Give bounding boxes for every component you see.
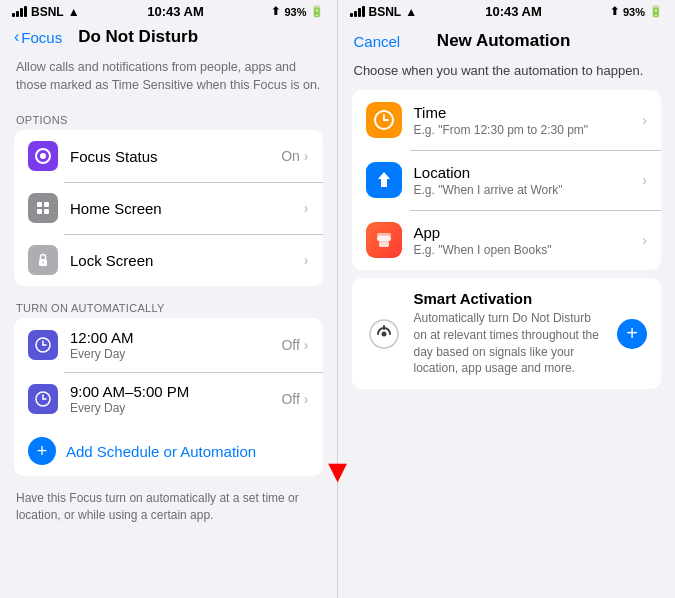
lock-screen-chevron-icon: › bbox=[304, 252, 309, 268]
smart-activation-icon bbox=[366, 316, 402, 352]
status-bar-left: BSNL ▲ 10:43 AM ⬆ 93% 🔋 bbox=[0, 0, 337, 21]
time-icon bbox=[366, 102, 402, 138]
schedules-card: 12:00 AM Every Day Off › bbox=[14, 318, 323, 476]
app-automation-sub: E.g. "When I open Books" bbox=[414, 243, 643, 257]
time-right-label: 10:43 AM bbox=[485, 4, 542, 19]
home-screen-text: Home Screen bbox=[70, 200, 304, 217]
smart-activation-sub: Automatically turn Do Not Disturb on at … bbox=[414, 310, 606, 377]
battery-icon: 🔋 bbox=[310, 5, 324, 18]
smart-activation-card: Smart Activation Automatically turn Do N… bbox=[352, 278, 662, 389]
svg-point-1 bbox=[40, 153, 46, 159]
carrier-right-label: BSNL bbox=[369, 5, 402, 19]
schedule-toggle-1: Off bbox=[281, 391, 299, 407]
cancel-button[interactable]: Cancel bbox=[354, 33, 401, 50]
svg-point-7 bbox=[42, 262, 44, 264]
schedule-clock-icon-0 bbox=[28, 330, 58, 360]
schedule-toggle-0: Off bbox=[281, 337, 299, 353]
back-chevron-icon: ‹ bbox=[14, 28, 19, 46]
schedule-chevron-icon-1: › bbox=[304, 391, 309, 407]
signal-bar-r1 bbox=[350, 13, 353, 17]
focus-status-icon bbox=[28, 141, 58, 171]
add-schedule-label: Add Schedule or Automation bbox=[66, 443, 256, 460]
turn-on-section-label: TURN ON AUTOMATICALLY bbox=[0, 294, 337, 318]
schedule-right-0: Off › bbox=[281, 337, 308, 353]
status-bar-left-info: BSNL ▲ bbox=[12, 5, 80, 19]
status-right-right: ⬆ 93% 🔋 bbox=[610, 5, 663, 18]
status-bar-right: BSNL ▲ 10:43 AM ⬆ 93% 🔋 bbox=[338, 0, 676, 21]
time-chevron-icon: › bbox=[642, 112, 647, 128]
wifi-right-icon: ▲ bbox=[405, 5, 417, 19]
time-automation-text: Time E.g. "From 12:30 pm to 2:30 pm" bbox=[414, 104, 643, 137]
home-screen-chevron-icon: › bbox=[304, 200, 309, 216]
app-icon bbox=[366, 222, 402, 258]
svg-rect-3 bbox=[44, 202, 49, 207]
time-automation-title: Time bbox=[414, 104, 643, 121]
app-chevron-icon: › bbox=[642, 232, 647, 248]
svg-rect-5 bbox=[44, 209, 49, 214]
automation-card: Time E.g. "From 12:30 pm to 2:30 pm" › L… bbox=[352, 90, 662, 270]
smart-activation-add-button[interactable]: + bbox=[617, 319, 647, 349]
schedule-time-1: 9:00 AM–5:00 PM bbox=[70, 383, 281, 400]
intro-text: Allow calls and notifications from peopl… bbox=[0, 55, 337, 106]
svg-rect-20 bbox=[379, 241, 389, 247]
schedule-sub-1: Every Day bbox=[70, 401, 281, 415]
options-section-label: OPTIONS bbox=[0, 106, 337, 130]
left-nav-bar: ‹ Focus Do Not Disturb bbox=[0, 21, 337, 55]
app-automation-title: App bbox=[414, 224, 643, 241]
right-nav-bar: Cancel New Automation bbox=[338, 21, 676, 59]
schedule-time-0: 12:00 AM bbox=[70, 329, 281, 346]
back-label[interactable]: Focus bbox=[21, 29, 62, 46]
time-automation-item[interactable]: Time E.g. "From 12:30 pm to 2:30 pm" › bbox=[352, 90, 662, 150]
back-button[interactable]: ‹ Focus bbox=[14, 28, 62, 46]
time-label: 10:43 AM bbox=[147, 4, 204, 19]
wifi-icon: ▲ bbox=[68, 5, 80, 19]
home-screen-icon bbox=[28, 193, 58, 223]
schedule-sub-0: Every Day bbox=[70, 347, 281, 361]
status-bar-right-info: BSNL ▲ bbox=[350, 5, 418, 19]
location-automation-sub: E.g. "When I arrive at Work" bbox=[414, 183, 643, 197]
svg-rect-19 bbox=[377, 233, 391, 237]
add-schedule-button[interactable]: + Add Schedule or Automation bbox=[14, 426, 323, 476]
lock-screen-icon bbox=[28, 245, 58, 275]
signal-bar-3 bbox=[20, 8, 23, 17]
battery-right-label: 93% bbox=[623, 6, 645, 18]
signal-bar-r2 bbox=[354, 11, 357, 17]
schedule-text-0: 12:00 AM Every Day bbox=[70, 329, 281, 361]
app-automation-item[interactable]: App E.g. "When I open Books" › bbox=[352, 210, 662, 270]
home-screen-right: › bbox=[304, 200, 309, 216]
options-card: Focus Status On › Hom bbox=[14, 130, 323, 286]
location-automation-text: Location E.g. "When I arrive at Work" bbox=[414, 164, 643, 197]
location-right-icon: ⬆ bbox=[610, 5, 619, 18]
footer-text: Have this Focus turn on automatically at… bbox=[0, 484, 337, 534]
schedule-item-0[interactable]: 12:00 AM Every Day Off › bbox=[14, 318, 323, 372]
focus-status-label: Focus Status bbox=[70, 148, 281, 165]
signal-bar-r4 bbox=[362, 6, 365, 17]
schedule-item-1[interactable]: 9:00 AM–5:00 PM Every Day Off › bbox=[14, 372, 323, 426]
smart-activation-title: Smart Activation bbox=[414, 290, 606, 307]
location-icon: ⬆ bbox=[271, 5, 280, 18]
location-automation-item[interactable]: Location E.g. "When I arrive at Work" › bbox=[352, 150, 662, 210]
battery-label: 93% bbox=[284, 6, 306, 18]
focus-status-item[interactable]: Focus Status On › bbox=[14, 130, 323, 182]
signal-bars-icon bbox=[12, 6, 27, 17]
svg-rect-4 bbox=[37, 209, 42, 214]
focus-status-right: On › bbox=[281, 148, 308, 164]
signal-bar-r3 bbox=[358, 8, 361, 17]
add-schedule-circle-icon: + bbox=[28, 437, 56, 465]
app-automation-text: App E.g. "When I open Books" bbox=[414, 224, 643, 257]
focus-status-value: On bbox=[281, 148, 300, 164]
lock-screen-item[interactable]: Lock Screen › bbox=[14, 234, 323, 286]
signal-bars-right-icon bbox=[350, 6, 365, 17]
home-screen-item[interactable]: Home Screen › bbox=[14, 182, 323, 234]
schedule-chevron-icon-0: › bbox=[304, 337, 309, 353]
signal-bar-4 bbox=[24, 6, 27, 17]
focus-status-chevron-icon: › bbox=[304, 148, 309, 164]
location-automation-title: Location bbox=[414, 164, 643, 181]
lock-screen-right: › bbox=[304, 252, 309, 268]
carrier-label: BSNL bbox=[31, 5, 64, 19]
location-icon bbox=[366, 162, 402, 198]
right-nav-title: New Automation bbox=[437, 31, 570, 51]
schedule-right-1: Off › bbox=[281, 391, 308, 407]
location-chevron-icon: › bbox=[642, 172, 647, 188]
focus-status-text: Focus Status bbox=[70, 148, 281, 165]
